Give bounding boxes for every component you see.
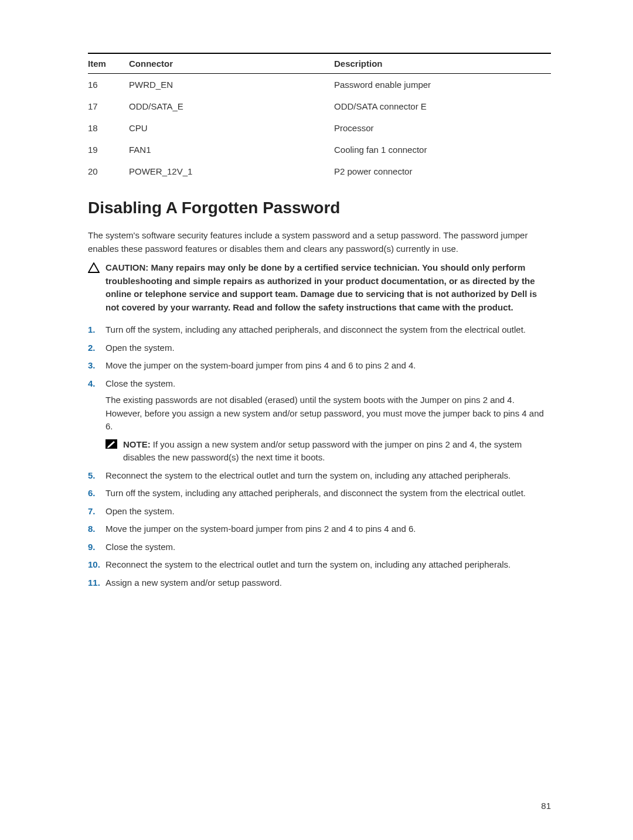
caution-text: CAUTION: Many repairs may only be done b… [106,261,551,314]
cell-description: Processor [334,117,551,139]
step-text: Turn off the system, including any attac… [106,325,526,334]
step-text: Move the jumper on the system-board jump… [106,360,416,370]
step-item: Reconnect the system to the electrical o… [88,558,551,572]
cell-description: Password enable jumper [334,74,551,96]
table-row: 19 FAN1 Cooling fan 1 connector [88,139,551,161]
step-item: Close the system. The existing passwords… [88,377,551,465]
step-text: Assign a new system and/or setup passwor… [106,578,282,588]
cell-connector: FAN1 [129,139,334,161]
step-item: Move the jumper on the system-board jump… [88,359,551,373]
cell-item: 18 [88,117,129,139]
step-item: Close the system. [88,541,551,554]
cell-description: P2 power connector [334,161,551,182]
note-label: NOTE: [123,439,151,449]
steps-list: Turn off the system, including any attac… [88,323,551,589]
cell-item: 19 [88,139,129,161]
step-text: Turn off the system, including any attac… [106,488,526,498]
step-text: Open the system. [106,343,175,353]
cell-connector: CPU [129,117,334,139]
cell-description: ODD/SATA connector E [334,95,551,117]
cell-item: 20 [88,161,129,182]
step-item: Turn off the system, including any attac… [88,487,551,500]
caution-block: CAUTION: Many repairs may only be done b… [88,261,551,314]
step-item: Open the system. [88,342,551,355]
step-subpara: The existing passwords are not disabled … [106,394,551,433]
step-item: Turn off the system, including any attac… [88,323,551,337]
step-text: Close the system. [106,378,175,388]
cell-description: Cooling fan 1 connector [334,139,551,161]
note-pencil-icon [106,439,117,465]
note-body: If you assign a new system and/or setup … [123,439,522,463]
page-number: 81 [541,801,551,811]
header-connector: Connector [129,53,334,74]
step-text: Close the system. [106,542,175,552]
note-text: NOTE: If you assign a new system and/or … [123,438,551,465]
cell-connector: POWER_12V_1 [129,161,334,182]
step-text: Open the system. [106,506,175,516]
header-item: Item [88,53,129,74]
caution-triangle-icon [88,262,100,314]
table-row: 18 CPU Processor [88,117,551,139]
step-item: Open the system. [88,505,551,518]
note-block: NOTE: If you assign a new system and/or … [106,438,551,465]
table-row: 16 PWRD_EN Password enable jumper [88,74,551,96]
step-text: Move the jumper on the system-board jump… [106,524,416,534]
cell-connector: ODD/SATA_E [129,95,334,117]
connector-table: Item Connector Description 16 PWRD_EN Pa… [88,53,551,182]
step-item: Reconnect the system to the electrical o… [88,469,551,483]
header-description: Description [334,53,551,74]
intro-paragraph: The system's software security features … [88,229,551,255]
step-item: Move the jumper on the system-board jump… [88,523,551,536]
cell-item: 16 [88,74,129,96]
step-text: Reconnect the system to the electrical o… [106,559,511,569]
step-text: Reconnect the system to the electrical o… [106,470,511,480]
page-title: Disabling A Forgotten Password [88,199,551,217]
step-item: Assign a new system and/or setup passwor… [88,576,551,590]
cell-item: 17 [88,95,129,117]
table-row: 17 ODD/SATA_E ODD/SATA connector E [88,95,551,117]
cell-connector: PWRD_EN [129,74,334,96]
table-row: 20 POWER_12V_1 P2 power connector [88,161,551,182]
